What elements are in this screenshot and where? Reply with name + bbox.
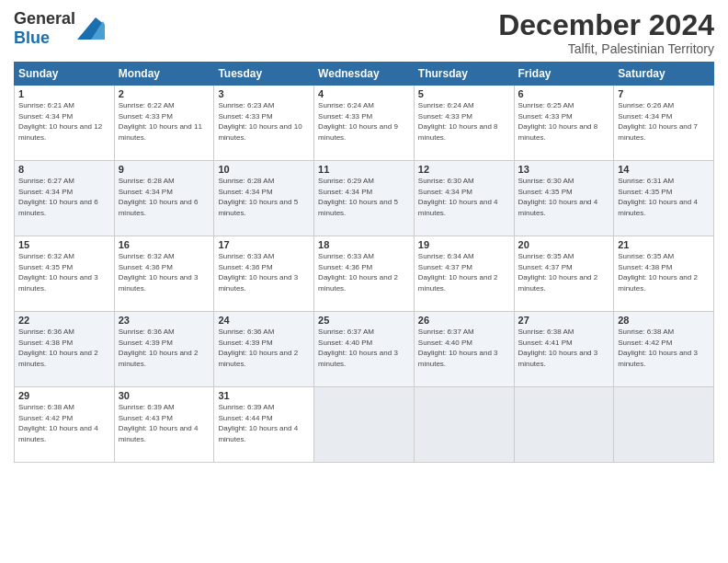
table-row: 3Sunrise: 6:23 AMSunset: 4:33 PMDaylight… bbox=[214, 86, 314, 161]
day-number: 5 bbox=[418, 88, 510, 99]
table-row: 16Sunrise: 6:32 AMSunset: 4:36 PMDayligh… bbox=[114, 236, 214, 312]
calendar-container: General Blue December 2024 Talfit, Pales… bbox=[0, 0, 728, 470]
day-number: 28 bbox=[618, 315, 710, 326]
day-number: 2 bbox=[119, 88, 210, 99]
table-row: 11Sunrise: 6:29 AMSunset: 4:34 PMDayligh… bbox=[314, 161, 415, 236]
day-number: 22 bbox=[18, 315, 110, 326]
table-row: 24Sunrise: 6:36 AMSunset: 4:39 PMDayligh… bbox=[214, 312, 314, 387]
day-info: Sunrise: 6:38 AMSunset: 4:42 PMDaylight:… bbox=[18, 403, 98, 443]
table-row: 5Sunrise: 6:24 AMSunset: 4:33 PMDaylight… bbox=[414, 86, 514, 161]
day-info: Sunrise: 6:25 AMSunset: 4:33 PMDaylight:… bbox=[518, 101, 598, 142]
table-row: 15Sunrise: 6:32 AMSunset: 4:35 PMDayligh… bbox=[15, 236, 115, 312]
day-number: 7 bbox=[618, 88, 710, 99]
day-info: Sunrise: 6:36 AMSunset: 4:39 PMDaylight:… bbox=[218, 327, 298, 368]
day-number: 23 bbox=[119, 315, 210, 326]
table-row: 20Sunrise: 6:35 AMSunset: 4:37 PMDayligh… bbox=[514, 236, 614, 312]
table-row: 26Sunrise: 6:37 AMSunset: 4:40 PMDayligh… bbox=[414, 312, 514, 387]
header: General Blue December 2024 Talfit, Pales… bbox=[14, 9, 714, 56]
table-row bbox=[414, 387, 514, 463]
col-tuesday: Tuesday bbox=[214, 63, 314, 86]
table-row: 17Sunrise: 6:33 AMSunset: 4:36 PMDayligh… bbox=[214, 236, 314, 312]
table-row: 2Sunrise: 6:22 AMSunset: 4:33 PMDaylight… bbox=[114, 86, 214, 161]
col-sunday: Sunday bbox=[15, 63, 115, 86]
day-number: 1 bbox=[18, 88, 110, 99]
calendar-week-row: 29Sunrise: 6:38 AMSunset: 4:42 PMDayligh… bbox=[15, 387, 714, 463]
calendar-week-row: 22Sunrise: 6:36 AMSunset: 4:38 PMDayligh… bbox=[15, 312, 714, 387]
day-info: Sunrise: 6:38 AMSunset: 4:42 PMDaylight:… bbox=[618, 327, 698, 368]
day-info: Sunrise: 6:33 AMSunset: 4:36 PMDaylight:… bbox=[218, 252, 298, 293]
table-row: 25Sunrise: 6:37 AMSunset: 4:40 PMDayligh… bbox=[314, 312, 415, 387]
day-info: Sunrise: 6:29 AMSunset: 4:34 PMDaylight:… bbox=[318, 177, 398, 217]
col-friday: Friday bbox=[514, 63, 614, 86]
day-info: Sunrise: 6:27 AMSunset: 4:34 PMDaylight:… bbox=[18, 177, 98, 217]
table-row: 31Sunrise: 6:39 AMSunset: 4:44 PMDayligh… bbox=[214, 387, 314, 463]
table-row: 8Sunrise: 6:27 AMSunset: 4:34 PMDaylight… bbox=[15, 161, 115, 236]
day-info: Sunrise: 6:34 AMSunset: 4:37 PMDaylight:… bbox=[418, 252, 498, 293]
day-info: Sunrise: 6:32 AMSunset: 4:35 PMDaylight:… bbox=[18, 252, 98, 293]
day-number: 3 bbox=[218, 88, 310, 99]
day-info: Sunrise: 6:36 AMSunset: 4:38 PMDaylight:… bbox=[18, 327, 98, 368]
day-number: 12 bbox=[418, 164, 510, 175]
day-info: Sunrise: 6:23 AMSunset: 4:33 PMDaylight:… bbox=[218, 101, 301, 142]
day-number: 18 bbox=[318, 239, 410, 250]
day-info: Sunrise: 6:28 AMSunset: 4:34 PMDaylight:… bbox=[119, 177, 199, 217]
table-row: 19Sunrise: 6:34 AMSunset: 4:37 PMDayligh… bbox=[414, 236, 514, 312]
table-row: 29Sunrise: 6:38 AMSunset: 4:42 PMDayligh… bbox=[15, 387, 115, 463]
calendar-week-row: 8Sunrise: 6:27 AMSunset: 4:34 PMDaylight… bbox=[15, 161, 714, 236]
day-info: Sunrise: 6:39 AMSunset: 4:44 PMDaylight:… bbox=[218, 403, 298, 443]
calendar-table: Sunday Monday Tuesday Wednesday Thursday… bbox=[14, 62, 714, 463]
day-info: Sunrise: 6:24 AMSunset: 4:33 PMDaylight:… bbox=[418, 101, 498, 142]
logo-blue: Blue bbox=[14, 29, 50, 47]
table-row: 23Sunrise: 6:36 AMSunset: 4:39 PMDayligh… bbox=[114, 312, 214, 387]
day-info: Sunrise: 6:39 AMSunset: 4:43 PMDaylight:… bbox=[119, 403, 199, 443]
table-row: 7Sunrise: 6:26 AMSunset: 4:34 PMDaylight… bbox=[614, 86, 714, 161]
logo-text: General Blue bbox=[14, 9, 75, 48]
day-number: 11 bbox=[318, 164, 410, 175]
day-number: 30 bbox=[119, 390, 210, 401]
day-number: 8 bbox=[18, 164, 110, 175]
day-number: 9 bbox=[119, 164, 210, 175]
day-number: 4 bbox=[318, 88, 410, 99]
table-row: 14Sunrise: 6:31 AMSunset: 4:35 PMDayligh… bbox=[614, 161, 714, 236]
day-info: Sunrise: 6:32 AMSunset: 4:36 PMDaylight:… bbox=[119, 252, 199, 293]
logo-general: General bbox=[14, 9, 75, 28]
table-row: 9Sunrise: 6:28 AMSunset: 4:34 PMDaylight… bbox=[114, 161, 214, 236]
day-number: 16 bbox=[119, 239, 210, 250]
table-row: 4Sunrise: 6:24 AMSunset: 4:33 PMDaylight… bbox=[314, 86, 415, 161]
day-number: 14 bbox=[618, 164, 710, 175]
day-number: 25 bbox=[318, 315, 410, 326]
day-info: Sunrise: 6:30 AMSunset: 4:34 PMDaylight:… bbox=[418, 177, 498, 217]
day-number: 31 bbox=[218, 390, 310, 401]
day-number: 27 bbox=[518, 315, 610, 326]
table-row: 30Sunrise: 6:39 AMSunset: 4:43 PMDayligh… bbox=[114, 387, 214, 463]
table-row: 18Sunrise: 6:33 AMSunset: 4:36 PMDayligh… bbox=[314, 236, 415, 312]
day-info: Sunrise: 6:24 AMSunset: 4:33 PMDaylight:… bbox=[318, 101, 398, 142]
day-info: Sunrise: 6:26 AMSunset: 4:34 PMDaylight:… bbox=[618, 101, 698, 142]
day-info: Sunrise: 6:21 AMSunset: 4:34 PMDaylight:… bbox=[18, 101, 102, 142]
col-wednesday: Wednesday bbox=[314, 63, 415, 86]
day-info: Sunrise: 6:36 AMSunset: 4:39 PMDaylight:… bbox=[119, 327, 199, 368]
table-row bbox=[314, 387, 415, 463]
table-row: 27Sunrise: 6:38 AMSunset: 4:41 PMDayligh… bbox=[514, 312, 614, 387]
day-info: Sunrise: 6:37 AMSunset: 4:40 PMDaylight:… bbox=[318, 327, 398, 368]
day-number: 19 bbox=[418, 239, 510, 250]
day-number: 15 bbox=[18, 239, 110, 250]
calendar-header-row: Sunday Monday Tuesday Wednesday Thursday… bbox=[15, 63, 714, 86]
logo: General Blue bbox=[14, 9, 105, 48]
day-number: 13 bbox=[518, 164, 610, 175]
table-row bbox=[614, 387, 714, 463]
title-section: December 2024 Talfit, Palestinian Territ… bbox=[498, 9, 714, 56]
day-number: 29 bbox=[18, 390, 110, 401]
calendar-week-row: 1Sunrise: 6:21 AMSunset: 4:34 PMDaylight… bbox=[15, 86, 714, 161]
table-row: 6Sunrise: 6:25 AMSunset: 4:33 PMDaylight… bbox=[514, 86, 614, 161]
logo-icon bbox=[77, 17, 105, 40]
col-thursday: Thursday bbox=[414, 63, 514, 86]
location-title: Talfit, Palestinian Territory bbox=[498, 41, 714, 56]
table-row: 10Sunrise: 6:28 AMSunset: 4:34 PMDayligh… bbox=[214, 161, 314, 236]
table-row bbox=[514, 387, 614, 463]
day-number: 6 bbox=[518, 88, 610, 99]
day-info: Sunrise: 6:35 AMSunset: 4:38 PMDaylight:… bbox=[618, 252, 698, 293]
day-info: Sunrise: 6:33 AMSunset: 4:36 PMDaylight:… bbox=[318, 252, 398, 293]
day-info: Sunrise: 6:30 AMSunset: 4:35 PMDaylight:… bbox=[518, 177, 598, 217]
calendar-week-row: 15Sunrise: 6:32 AMSunset: 4:35 PMDayligh… bbox=[15, 236, 714, 312]
